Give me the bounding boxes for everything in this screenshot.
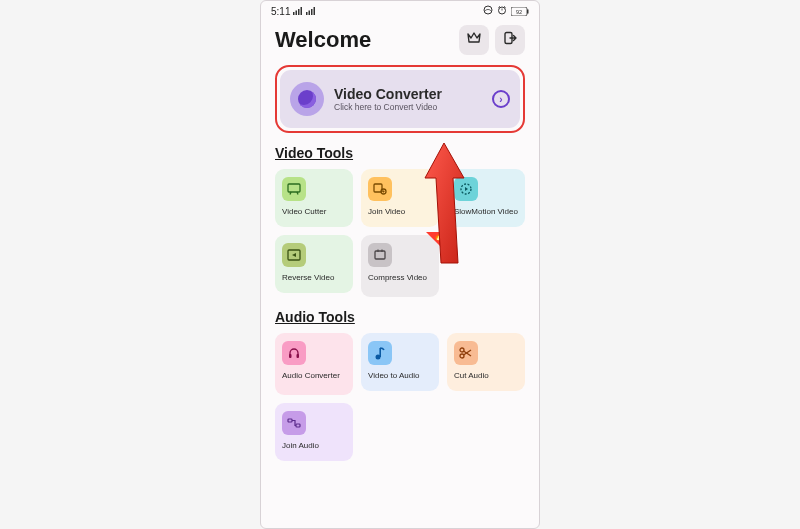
tile-reverse-video[interactable]: Reverse Video xyxy=(275,235,353,293)
svg-line-18 xyxy=(290,192,291,195)
tile-compress-video[interactable]: Compress Video xyxy=(361,235,439,297)
tile-join-video[interactable]: Join Video xyxy=(361,169,439,227)
video-converter-icon xyxy=(290,82,324,116)
svg-rect-30 xyxy=(297,354,300,358)
hero-subtitle: Click here to Convert Video xyxy=(334,102,482,112)
page-title: Welcome xyxy=(275,27,371,53)
tile-video-to-audio[interactable]: Video to Audio xyxy=(361,333,439,391)
svg-rect-6 xyxy=(311,9,313,15)
music-note-icon xyxy=(368,341,392,365)
svg-rect-5 xyxy=(309,10,311,15)
header: Welcome xyxy=(261,19,539,65)
svg-rect-3 xyxy=(301,7,303,15)
video-cutter-icon xyxy=(282,177,306,201)
svg-rect-1 xyxy=(296,10,298,15)
join-audio-icon xyxy=(282,411,306,435)
section-title-audio: Audio Tools xyxy=(275,309,525,325)
hero-highlight: Video Converter Click here to Convert Vi… xyxy=(275,65,525,133)
status-bar: 5:11 92 xyxy=(261,1,539,19)
tile-cut-audio[interactable]: Cut Audio xyxy=(447,333,525,391)
svg-rect-17 xyxy=(288,184,300,192)
svg-rect-4 xyxy=(306,12,308,15)
tile-label: Video Cutter xyxy=(282,207,326,216)
tile-label: Compress Video xyxy=(368,273,427,282)
exit-icon xyxy=(503,31,517,49)
slowmotion-icon xyxy=(454,177,478,201)
svg-rect-37 xyxy=(288,419,292,422)
tile-join-audio[interactable]: Join Audio xyxy=(275,403,353,461)
exit-button[interactable] xyxy=(495,25,525,55)
battery-icon: 92 xyxy=(511,7,529,16)
signal-icon xyxy=(293,6,303,17)
tile-label: Cut Audio xyxy=(454,371,489,380)
svg-rect-29 xyxy=(289,354,292,358)
content: Video Converter Click here to Convert Vi… xyxy=(261,65,539,528)
tile-video-cutter[interactable]: Video Cutter xyxy=(275,169,353,227)
tile-label: Join Video xyxy=(368,207,405,216)
scissors-icon xyxy=(454,341,478,365)
audio-tools-grid: Audio Converter Video to Audio Cut Audio… xyxy=(275,333,525,461)
svg-line-19 xyxy=(297,192,298,195)
svg-rect-2 xyxy=(298,9,300,15)
tile-slowmotion[interactable]: SlowMotion Video xyxy=(447,169,525,227)
join-video-icon xyxy=(368,177,392,201)
svg-rect-0 xyxy=(293,12,295,15)
dnd-icon xyxy=(483,5,493,17)
crown-icon xyxy=(466,31,482,49)
hero-title: Video Converter xyxy=(334,86,482,102)
alarm-icon xyxy=(497,5,507,17)
premium-button[interactable] xyxy=(459,25,489,55)
tile-label: Video to Audio xyxy=(368,371,419,380)
tile-label: Join Audio xyxy=(282,441,319,450)
section-title-video: Video Tools xyxy=(275,145,525,161)
tile-label: Audio Converter xyxy=(282,371,340,380)
tile-audio-converter[interactable]: Audio Converter xyxy=(275,333,353,395)
svg-point-8 xyxy=(484,6,492,14)
hot-badge xyxy=(426,232,442,248)
video-tools-grid: Video Cutter Join Video SlowMotion Video… xyxy=(275,169,525,297)
reverse-video-icon xyxy=(282,243,306,267)
svg-text:92: 92 xyxy=(516,8,522,14)
chevron-right-icon: › xyxy=(492,90,510,108)
signal-icon xyxy=(306,6,316,17)
svg-rect-26 xyxy=(375,251,385,259)
headphones-icon xyxy=(282,341,306,365)
svg-rect-14 xyxy=(527,9,529,13)
svg-rect-38 xyxy=(296,424,300,427)
tile-label: Reverse Video xyxy=(282,273,334,282)
status-time: 5:11 xyxy=(271,6,290,17)
compress-icon xyxy=(368,243,392,267)
phone-frame: 5:11 92 Welcome xyxy=(260,0,540,529)
tile-label: SlowMotion Video xyxy=(454,207,518,216)
svg-rect-7 xyxy=(314,7,316,15)
video-converter-card[interactable]: Video Converter Click here to Convert Vi… xyxy=(280,70,520,128)
